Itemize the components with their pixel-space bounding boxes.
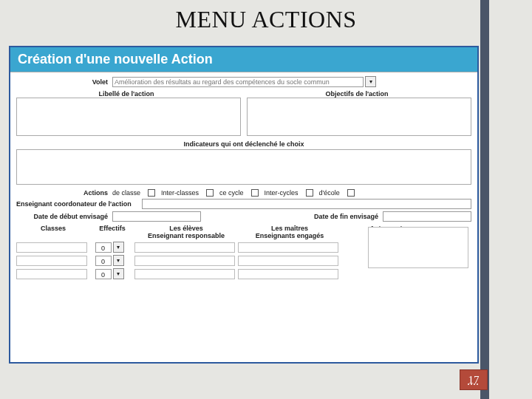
col-ens-resp: Enseignant responsable bbox=[134, 232, 238, 239]
libelle-label: Libellé de l'action bbox=[16, 90, 241, 98]
effectif-value[interactable]: 0 bbox=[95, 269, 112, 279]
page-number: 17 bbox=[468, 374, 480, 386]
volet-row: Volet Amélioration des résultats au rega… bbox=[16, 76, 471, 87]
date-fin-input[interactable] bbox=[383, 211, 471, 222]
volet-select[interactable]: Amélioration des résultats au regard des… bbox=[112, 77, 364, 87]
ens-resp-input[interactable] bbox=[134, 256, 235, 266]
check-inter-classes[interactable] bbox=[206, 189, 214, 197]
date-fin-label: Date de fin envisagé bbox=[294, 213, 383, 220]
vertical-accent-bar bbox=[480, 0, 489, 399]
check-inter-cycles-label: Inter-cycles bbox=[265, 189, 299, 197]
objectifs-textarea[interactable] bbox=[247, 98, 471, 136]
indicateurs-textarea[interactable] bbox=[16, 149, 471, 185]
chevron-down-icon[interactable]: ▾ bbox=[113, 255, 124, 266]
libelle-objectifs-row: Libellé de l'action Objectifs de l'actio… bbox=[16, 90, 471, 136]
col-eleves: Les élèves bbox=[134, 225, 238, 232]
col-ens-eng: Enseignants engagés bbox=[238, 232, 341, 239]
chevron-down-icon[interactable]: ▾ bbox=[113, 242, 124, 253]
actions-label: Actions bbox=[16, 189, 112, 197]
ens-eng-input[interactable] bbox=[238, 242, 338, 253]
indicateurs-label: Indicateurs qui ont déclenché le choix bbox=[16, 140, 471, 148]
classe-input[interactable] bbox=[16, 242, 87, 253]
dates-row: Date de début envisagé Date de fin envis… bbox=[16, 211, 471, 222]
chevron-down-icon[interactable]: ▾ bbox=[365, 76, 376, 87]
form-screenshot: Création d'une nouvelle Action Volet Amé… bbox=[9, 46, 479, 364]
col-classes: Classes bbox=[16, 225, 90, 239]
check-de-classe[interactable] bbox=[148, 189, 155, 197]
table-row: 0 ▾ bbox=[16, 268, 471, 279]
actions-checks: de classe Inter-classes ce cycle Inter-c… bbox=[112, 189, 355, 197]
slide-title: MENU ACTIONS bbox=[0, 0, 532, 36]
ens-resp-input[interactable] bbox=[134, 269, 235, 279]
coordonateur-label: Enseignant coordonateur de l'action bbox=[16, 200, 142, 208]
check-decole[interactable] bbox=[347, 189, 355, 197]
actions-row: Actions de classe Inter-classes ce cycle… bbox=[16, 189, 471, 197]
check-inter-classes-label: Inter-classes bbox=[161, 189, 199, 197]
ens-eng-input[interactable] bbox=[238, 256, 338, 266]
ens-resp-input[interactable] bbox=[134, 242, 235, 253]
table-row: 0 ▾ bbox=[16, 242, 471, 253]
objectifs-label: Objectifs de l'action bbox=[247, 90, 471, 98]
check-ce-cycle[interactable] bbox=[251, 189, 259, 197]
check-de-classe-label: de classe bbox=[112, 189, 140, 197]
volet-value: Amélioration des résultats au regard des… bbox=[115, 78, 330, 86]
classe-input[interactable] bbox=[16, 269, 87, 279]
form-body: Volet Amélioration des résultats au rega… bbox=[10, 72, 477, 283]
effectif-value[interactable]: 0 bbox=[95, 256, 112, 266]
check-decole-label: d'école bbox=[319, 189, 340, 197]
effectif-value[interactable]: 0 bbox=[95, 242, 112, 253]
chevron-down-icon[interactable]: ▾ bbox=[113, 268, 124, 279]
libelle-textarea[interactable] bbox=[16, 98, 241, 136]
form-header: Création d'une nouvelle Action bbox=[10, 47, 477, 72]
check-ce-cycle-label: ce cycle bbox=[219, 189, 244, 197]
classe-input[interactable] bbox=[16, 256, 87, 266]
date-debut-label: Date de début envisagé bbox=[16, 213, 112, 220]
volet-label: Volet bbox=[16, 78, 112, 86]
col-effectifs: Effectifs bbox=[90, 225, 134, 239]
check-inter-cycles[interactable] bbox=[306, 189, 313, 197]
coordonateur-row: Enseignant coordonateur de l'action bbox=[16, 199, 471, 209]
coordonateur-input[interactable] bbox=[142, 199, 471, 209]
date-debut-input[interactable] bbox=[112, 211, 201, 222]
page-number-badge: 17 bbox=[460, 369, 488, 390]
col-maitres: Les maîtres bbox=[238, 225, 341, 232]
autres-textarea[interactable] bbox=[368, 227, 468, 268]
ens-eng-input[interactable] bbox=[238, 269, 338, 279]
